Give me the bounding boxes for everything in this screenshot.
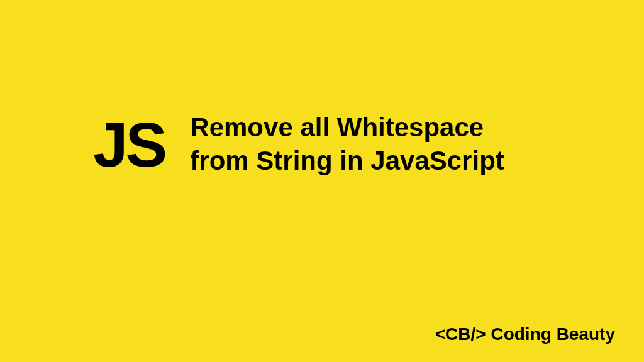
title-line-2: from String in JavaScript — [190, 145, 504, 178]
article-title: Remove all Whitespace from String in Jav… — [190, 111, 504, 177]
brand-footer: <CB/> Coding Beauty — [435, 324, 615, 344]
title-line-1: Remove all Whitespace — [190, 111, 504, 145]
js-logo: JS — [93, 113, 165, 176]
main-content: JS Remove all Whitespace from String in … — [93, 111, 504, 177]
